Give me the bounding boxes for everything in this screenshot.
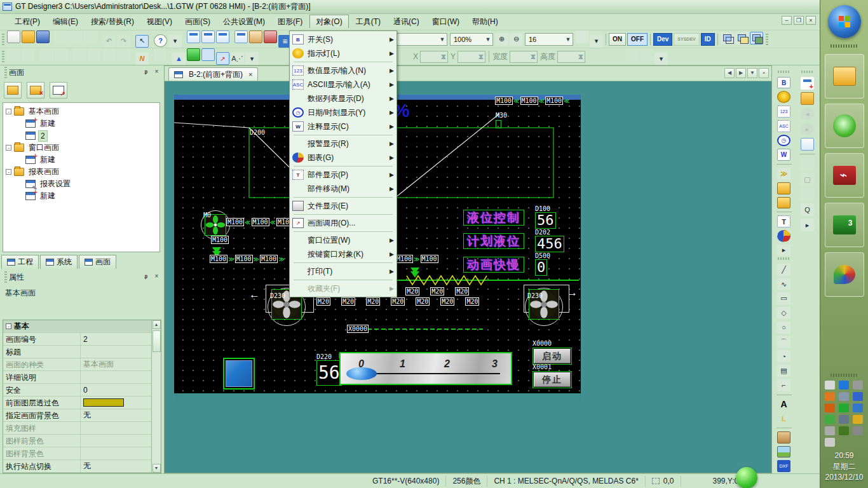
screen-close-open-icon[interactable] — [801, 138, 814, 151]
select-cursor-icon[interactable]: ↖ — [135, 35, 149, 48]
menu-item-data-list[interactable]: 数据列表显示(D)▶ — [290, 92, 397, 105]
device-lamp-M100[interactable]: M100 — [226, 218, 244, 226]
tray-dog-icon[interactable] — [853, 415, 863, 424]
edit-vertex-icon[interactable]: N — [135, 52, 149, 65]
property-value[interactable]: 无 — [81, 460, 151, 472]
start-button[interactable] — [828, 5, 861, 38]
caption-level-control[interactable]: 液位控制 — [463, 210, 524, 226]
slider-knob[interactable] — [346, 367, 377, 380]
tray-help-icon[interactable] — [839, 381, 849, 390]
toolbar-grip[interactable] — [2, 51, 4, 62]
pin-icon[interactable]: 𝖕 — [141, 68, 151, 77]
title-bar[interactable]: GT Designer3 C:\Users\Administrator\Desk… — [0, 0, 820, 14]
tree-node-新建[interactable]: 新建 — [3, 190, 159, 202]
zoom-combo[interactable]: 100%▼ — [450, 33, 493, 46]
layer-front-icon[interactable] — [721, 32, 734, 44]
restore-icon[interactable]: ❐ — [794, 16, 804, 25]
layer-both-icon[interactable] — [750, 32, 763, 44]
date-time-icon[interactable]: ◷ — [777, 135, 790, 147]
menubar-item-对象(O)[interactable]: 对象(O) — [309, 15, 348, 28]
tree-node-2[interactable]: 2 — [3, 130, 159, 142]
expander-icon[interactable]: - — [6, 145, 11, 151]
menu-item-print[interactable]: 打印(T)▶ — [290, 264, 397, 278]
circle-icon[interactable]: ○ — [777, 322, 790, 334]
caption-anim-speed[interactable]: 动画快慢 — [463, 257, 524, 273]
valve-lamp-M20[interactable]: M20 — [430, 287, 444, 295]
blue-switch-object[interactable] — [223, 358, 255, 390]
id-display-button[interactable]: ID — [701, 33, 715, 46]
lamp-object-small[interactable] — [496, 120, 501, 128]
tray-nvidia-icon[interactable] — [839, 426, 849, 435]
layer-back-icon[interactable] — [735, 32, 749, 44]
screen-open-icon[interactable] — [801, 92, 814, 105]
line-icon[interactable]: ╱ — [777, 264, 790, 276]
find-text-icon[interactable]: A⋰ — [231, 52, 244, 65]
scroll-down-icon[interactable]: ▼ — [153, 464, 161, 473]
screen-number-combo[interactable]: 1▼ — [389, 33, 447, 46]
valve-lamp-M20[interactable]: M20 — [391, 297, 405, 306]
switch-icon[interactable]: B — [777, 77, 790, 89]
taskbar-app-adobe-reader[interactable] — [825, 153, 864, 198]
start-button-object[interactable]: X0000 启动 — [532, 341, 572, 365]
tray-volume-o-icon[interactable] — [825, 403, 835, 412]
menubar-item-窗口(W)[interactable]: 窗口(W) — [426, 15, 465, 28]
tab-close-all-icon[interactable]: × — [759, 68, 769, 78]
select-object-icon[interactable] — [201, 48, 215, 61]
tab-list-icon[interactable]: ▼ — [747, 68, 757, 78]
lamp-icon[interactable] — [777, 91, 790, 103]
down-arrow-object[interactable] — [410, 268, 419, 278]
pin-icon[interactable]: 𝖕 — [141, 273, 151, 281]
tray-plug-icon[interactable] — [825, 426, 835, 435]
new-base-screen-icon[interactable] — [187, 30, 200, 43]
menubar-item-编辑(E)[interactable]: 编辑(E) — [47, 15, 84, 28]
device-lamp-M100[interactable]: M100 — [421, 255, 438, 263]
alarm-search-icon[interactable] — [777, 182, 790, 194]
device-lamp-M100[interactable]: M100 — [260, 255, 278, 263]
panel-grip[interactable] — [4, 67, 7, 78]
paint-icon[interactable] — [777, 431, 790, 444]
property-value[interactable] — [81, 371, 151, 383]
grid-size-combo[interactable]: 16▼ — [525, 33, 573, 46]
tray-car-icon[interactable] — [825, 392, 835, 401]
polygon-icon[interactable]: ◇ — [777, 307, 790, 319]
menu-item-alarm[interactable]: 报警显示(R)▶ — [290, 137, 397, 151]
numeric-display-d100[interactable]: D100 56 — [535, 206, 556, 229]
arc-icon[interactable]: ⌒ — [777, 336, 790, 348]
menu-item-screen-call[interactable]: ↗画面调用(O)... — [290, 216, 397, 230]
chart-icon[interactable] — [777, 230, 790, 242]
tray-kbox-icon[interactable] — [839, 415, 849, 424]
save-icon[interactable] — [36, 30, 50, 43]
zoom-in-icon[interactable]: ⊕ — [495, 33, 508, 46]
text-icon[interactable]: A — [777, 398, 790, 410]
dxf-icon[interactable]: DXF — [777, 460, 790, 472]
scale-icon[interactable]: ▤ — [777, 365, 790, 377]
close-icon[interactable]: × — [152, 68, 161, 77]
toolbar-grip[interactable] — [766, 34, 768, 45]
property-value[interactable] — [81, 396, 151, 409]
chevron-down-icon[interactable]: ▼ — [564, 36, 573, 43]
polyline-icon[interactable]: ∿ — [777, 278, 790, 290]
tree-node-窗口画面[interactable]: -窗口画面 — [3, 142, 159, 154]
tree-node-报表画面[interactable]: -报表画面 — [3, 166, 159, 178]
numeric-icon[interactable]: 123 — [777, 105, 790, 118]
close-icon[interactable]: × — [152, 273, 161, 281]
device-label-x0000-line[interactable]: X0000 — [347, 325, 369, 333]
menubar-item-图形(F)[interactable]: 图形(F) — [272, 15, 308, 28]
property-group-基本[interactable]: -基本 — [3, 320, 151, 333]
pipe-icon[interactable]: ⌐ — [777, 379, 790, 391]
menubar-item-视图(V)[interactable]: 视图(V) — [141, 15, 178, 28]
lamp-chain-right-row[interactable]: M100≫M100 — [395, 255, 438, 263]
menubar-item-画面(S)[interactable]: 画面(S) — [179, 15, 216, 28]
valve-lamp-M20[interactable]: M20 — [440, 297, 454, 306]
help-icon[interactable]: ? — [154, 34, 167, 47]
close-icon[interactable]: × — [806, 16, 816, 25]
device-lamp-M100[interactable]: M100 — [520, 97, 538, 105]
device-lamp-M100[interactable]: M100 — [545, 97, 563, 105]
screen-image-list-icon[interactable] — [234, 30, 248, 43]
collapse-icon[interactable]: - — [6, 323, 11, 329]
menu-item-window-position[interactable]: 窗口位置(W)▶ — [290, 233, 397, 247]
taskbar-app-explorer[interactable] — [825, 54, 864, 98]
expander-icon[interactable]: - — [6, 169, 11, 175]
overflow-3-icon[interactable]: ▾ — [654, 52, 668, 65]
valve-row-bottom[interactable]: M20M20M20M20M20M20M20 — [316, 297, 479, 306]
